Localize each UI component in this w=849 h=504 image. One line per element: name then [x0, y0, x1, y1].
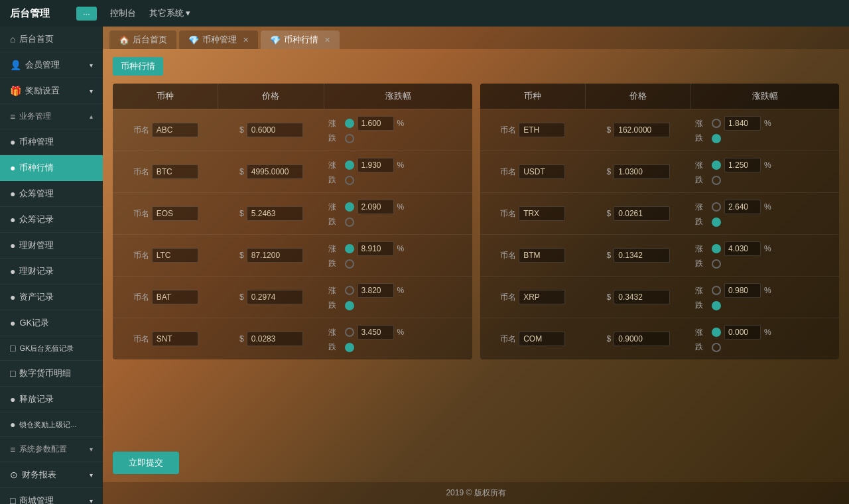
sidebar-item-crypto-detail[interactable]: □ 数字货币明细: [0, 361, 103, 387]
rise-radio[interactable]: [345, 286, 354, 295]
fall-radio[interactable]: [345, 176, 354, 185]
rise-radio[interactable]: [712, 119, 721, 128]
price-input[interactable]: [614, 123, 670, 137]
change-value-input[interactable]: [358, 283, 394, 298]
price-input[interactable]: [614, 290, 670, 304]
submit-button[interactable]: 立即提交: [113, 452, 179, 474]
fall-radio[interactable]: [345, 218, 354, 227]
rise-radio-selected[interactable]: [345, 244, 354, 253]
sidebar-item-release[interactable]: ● 释放记录: [0, 387, 103, 412]
fall-row: 跌: [328, 342, 354, 353]
coin-name-input[interactable]: [152, 332, 198, 346]
top-nav-other-link[interactable]: 其它系统: [149, 7, 191, 19]
price-cell: $: [586, 245, 691, 265]
coin-mgmt-tab-icon: 💎: [188, 35, 199, 45]
fall-radio[interactable]: [345, 134, 354, 143]
coin-name-input[interactable]: [152, 206, 198, 221]
change-value-input[interactable]: [724, 158, 761, 172]
coin-name-input[interactable]: [152, 290, 198, 304]
fall-radio[interactable]: [712, 176, 721, 185]
sidebar-item-finance-report[interactable]: ⊙ 财务报表 ▾: [0, 462, 103, 488]
price-input[interactable]: [247, 123, 303, 137]
fall-label: 跌: [328, 300, 342, 311]
sidebar-item-label: 资产记录: [19, 291, 54, 303]
change-value-input[interactable]: [724, 325, 761, 340]
rise-row: 涨 %: [695, 325, 771, 340]
sidebar-item-crowd-mgmt[interactable]: ● 众筹管理: [0, 181, 103, 207]
coin-name-input[interactable]: [519, 248, 565, 263]
sidebar-item-gk-records[interactable]: ● GK记录: [0, 310, 103, 336]
change-value-input[interactable]: [724, 241, 761, 256]
rise-radio[interactable]: [345, 328, 354, 337]
sidebar-item-sys-config[interactable]: ≡ 系统参数配置 ▾: [0, 437, 103, 462]
coin-name-input[interactable]: [152, 248, 198, 263]
change-value-input[interactable]: [358, 241, 394, 256]
coin-name-input[interactable]: [519, 164, 565, 179]
coin-name-input[interactable]: [152, 164, 198, 179]
footer: 2019 © 版权所有: [103, 482, 849, 504]
price-input[interactable]: [614, 248, 670, 263]
price-input[interactable]: [614, 206, 670, 221]
change-value-input[interactable]: [724, 283, 761, 298]
price-input[interactable]: [614, 332, 670, 346]
rise-radio-selected[interactable]: [345, 160, 354, 170]
coin-cell: 币名: [480, 329, 586, 349]
price-cell: $: [218, 120, 324, 140]
rise-radio[interactable]: [712, 202, 721, 212]
fall-radio-selected[interactable]: [712, 301, 721, 310]
sidebar-item-member[interactable]: 👤 会员管理 ▾: [0, 52, 103, 78]
price-input[interactable]: [247, 332, 303, 346]
price-input[interactable]: [247, 206, 303, 221]
sidebar-item-store-mgmt[interactable]: □ 商城管理 ▾: [0, 488, 103, 504]
coin-name-input[interactable]: [519, 123, 565, 137]
tab-home[interactable]: 🏠 后台首页: [109, 31, 176, 49]
sidebar-item-crowd-records[interactable]: ● 众筹记录: [0, 207, 103, 233]
tab-coin-mgmt[interactable]: 💎 币种管理 ✕: [179, 31, 258, 49]
price-input[interactable]: [247, 248, 303, 263]
sidebar-item-asset-records[interactable]: ● 资产记录: [0, 284, 103, 310]
coin-name-input[interactable]: [519, 332, 565, 346]
rise-radio-selected[interactable]: [712, 160, 721, 170]
fall-radio-selected[interactable]: [345, 343, 354, 352]
change-value-input[interactable]: [724, 116, 761, 131]
fall-radio-selected[interactable]: [712, 218, 721, 227]
fall-radio-selected[interactable]: [712, 134, 721, 143]
fall-radio[interactable]: [712, 259, 721, 269]
change-value-input[interactable]: [358, 158, 394, 172]
sidebar-item-coin-market[interactable]: ● 币种行情: [0, 155, 103, 181]
fall-radio-selected[interactable]: [345, 301, 354, 310]
sidebar-item-business[interactable]: ≡ 业务管理 ▴: [0, 104, 103, 129]
change-value-input[interactable]: [358, 200, 394, 214]
sidebar-item-gk-recharge[interactable]: □ GK后台充值记录: [0, 336, 103, 361]
coin-name-input[interactable]: [152, 123, 198, 137]
price-input[interactable]: [614, 164, 670, 179]
rise-radio-selected[interactable]: [345, 202, 354, 212]
sidebar-item-home[interactable]: ⌂ 后台首页: [0, 27, 103, 52]
coin-name-input[interactable]: [519, 290, 565, 304]
change-value-input[interactable]: [358, 116, 394, 131]
sidebar-item-lock-reward[interactable]: ● 锁仓奖励上级记...: [0, 412, 103, 437]
sidebar-item-reward[interactable]: 🎁 奖励设置 ▾: [0, 78, 103, 104]
close-coin-mgmt-tab[interactable]: ✕: [243, 36, 249, 44]
sidebar-item-finance-records[interactable]: ● 理财记录: [0, 259, 103, 284]
sidebar-item-coin-mgmt[interactable]: ● 币种管理: [0, 129, 103, 155]
fall-radio[interactable]: [712, 343, 721, 352]
coin-name-input[interactable]: [519, 206, 565, 221]
close-coin-market-tab[interactable]: ✕: [324, 36, 330, 44]
rise-radio[interactable]: [712, 286, 721, 295]
price-input[interactable]: [247, 290, 303, 304]
rise-radio-selected[interactable]: [345, 119, 354, 128]
rise-label: 涨: [328, 327, 342, 338]
left-header-price: 价格: [218, 84, 324, 109]
top-nav-more-button[interactable]: ···: [76, 7, 97, 21]
coin-label: 币名: [500, 250, 516, 261]
tab-coin-market[interactable]: 💎 币种行情 ✕: [261, 31, 340, 49]
price-input[interactable]: [247, 164, 303, 179]
change-value-input[interactable]: [358, 325, 394, 340]
rise-radio-selected[interactable]: [712, 328, 721, 337]
top-nav-console-link[interactable]: 控制台: [110, 7, 136, 19]
rise-radio-selected[interactable]: [712, 244, 721, 253]
change-value-input[interactable]: [724, 200, 761, 214]
fall-radio[interactable]: [345, 259, 354, 269]
sidebar-item-finance-mgmt[interactable]: ● 理财管理: [0, 233, 103, 259]
